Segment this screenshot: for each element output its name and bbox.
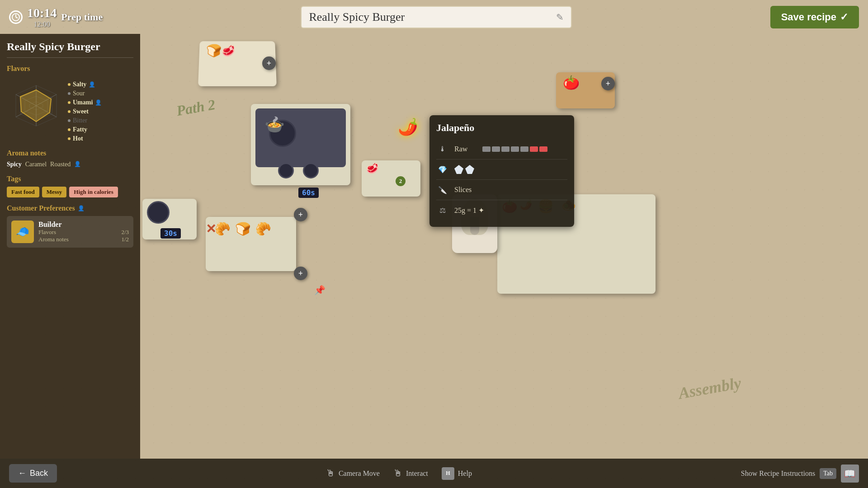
person-salty: 👤 xyxy=(89,81,95,88)
flavor-umami-label: Umami xyxy=(73,99,93,106)
heat-seg-1 xyxy=(482,146,491,152)
tags-container: Fast food Messy High in calories xyxy=(7,187,133,197)
back-arrow-icon: ← xyxy=(18,469,26,478)
aroma-label: Aroma notes xyxy=(7,149,133,157)
flavor-sour: Sour xyxy=(68,90,102,97)
weight-icon: ⚖ xyxy=(436,204,449,216)
svg-marker-13 xyxy=(20,90,51,122)
edit-icon[interactable]: ✎ xyxy=(556,12,564,23)
save-recipe-button[interactable]: Save recipe ✓ xyxy=(770,6,859,28)
jalapeno-tooltip: Jalapeño 🌡 Raw 💎 🔪 Slices ⚖ 25g = 1 ✦ xyxy=(429,115,574,227)
tooltip-slices-row: 🔪 Slices xyxy=(436,180,567,200)
stat-flavors-label: Flavors xyxy=(38,229,56,236)
aroma-items: Spicy Caramel Roasted 👤 xyxy=(7,161,133,168)
checkmark-icon: ✓ xyxy=(840,11,848,23)
person-umami: 👤 xyxy=(95,99,102,106)
stat-aroma-value: 1/2 xyxy=(121,236,129,243)
raw-label: Raw xyxy=(454,145,477,153)
heat-bar xyxy=(482,146,547,152)
h-key-icon: H xyxy=(442,467,454,480)
show-recipe-section[interactable]: Show Recipe Instructions Tab 📖 xyxy=(741,465,859,483)
tooltip-raw-row: 🌡 Raw xyxy=(436,139,567,160)
flavor-salty-label: Salty xyxy=(73,81,86,88)
flavors-list: Salty 👤 Sour Umami 👤 Sweet xyxy=(68,81,102,142)
flavor-dot-hot xyxy=(68,137,71,140)
add-btn-top-right[interactable]: + xyxy=(601,77,615,90)
flavor-dot-sour xyxy=(68,92,71,95)
control-camera: 🖱 Camera Move xyxy=(326,468,380,479)
customer-pref-label: Customer Preferences xyxy=(7,204,75,212)
person-customer: 👤 xyxy=(78,205,85,212)
control-interact: 🖱 Interact xyxy=(393,468,428,479)
flavor-fatty-label: Fatty xyxy=(73,126,87,133)
left-panel: Really Spicy Burger Flavors xyxy=(0,34,140,459)
flavors-label: Flavors xyxy=(7,65,133,73)
tooltip-weight-row: ⚖ 25g = 1 ✦ xyxy=(436,200,567,220)
slices-label: Slices xyxy=(454,186,472,194)
heat-seg-6 xyxy=(530,146,538,152)
flavor-bitter-label: Bitter xyxy=(73,117,87,124)
customer-stat-flavors: Flavors 2/3 xyxy=(38,229,129,236)
recipe-name-bar[interactable]: Really Spicy Burger ✎ xyxy=(301,6,572,28)
customer-avatar: 🧢 xyxy=(11,221,34,243)
flavor-umami: Umami 👤 xyxy=(68,99,102,106)
time-display: 10:14 12:00 xyxy=(27,6,57,28)
tag-fast-food: Fast food xyxy=(7,187,39,197)
flavor-bitter: Bitter xyxy=(68,117,102,124)
flavor-dot-umami xyxy=(68,101,71,104)
thermometer-icon: 🌡 xyxy=(436,143,449,155)
tooltip-crystals-row: 💎 xyxy=(436,160,567,180)
pin-bottom: 📌 xyxy=(314,285,326,296)
show-recipe-label: Show Recipe Instructions xyxy=(741,469,815,478)
prep-time-label: Prep time xyxy=(61,11,103,23)
add-btn-bottom[interactable]: + xyxy=(294,208,307,221)
flavor-hot: Hot xyxy=(68,135,102,142)
customer-name: Builder xyxy=(38,221,129,229)
weight-label: 25g = 1 ✦ xyxy=(454,206,484,215)
cross-bottom-left: ✕ xyxy=(206,221,216,236)
recipe-name-text: Really Spicy Burger xyxy=(309,10,552,24)
crystal-icon: 💎 xyxy=(436,163,449,176)
flavor-sweet: Sweet xyxy=(68,108,102,115)
flavor-dot-fatty xyxy=(68,128,71,131)
aroma-roasted: Roasted xyxy=(50,161,71,168)
tab-key: Tab xyxy=(820,468,836,479)
clock-icon xyxy=(9,10,23,24)
control-help: H Help xyxy=(442,467,472,480)
bottom-bar: ← Back 🖱 Camera Move 🖱 Interact H Help S… xyxy=(0,459,868,488)
heat-seg-4 xyxy=(511,146,519,152)
customer-card: 🧢 Builder Flavors 2/3 Aroma notes 1/2 xyxy=(7,216,133,248)
jalapeno-area[interactable]: 🌶️ xyxy=(398,117,418,136)
total-time: 12:00 xyxy=(33,20,50,28)
tags-label: Tags xyxy=(7,175,133,183)
knife-icon: 🔪 xyxy=(436,183,449,196)
flavor-sour-label: Sour xyxy=(73,90,85,97)
customer-label: Customer Preferences 👤 xyxy=(7,204,133,212)
num-badge-2: 2 xyxy=(396,176,406,186)
help-label: Help xyxy=(458,469,472,478)
add-btn-top-left[interactable]: + xyxy=(262,56,276,70)
radar-chart xyxy=(7,76,66,135)
timer-60s: 60s xyxy=(298,188,319,198)
tooltip-title: Jalapeño xyxy=(436,122,567,134)
save-recipe-label: Save recipe xyxy=(781,11,836,23)
customer-info: Builder Flavors 2/3 Aroma notes 1/2 xyxy=(38,221,129,243)
tag-messy: Messy xyxy=(42,187,67,197)
bottom-prep: 🥐 🍞 🥐 xyxy=(206,217,296,271)
aroma-section: Aroma notes Spicy Caramel Roasted 👤 xyxy=(7,149,133,168)
svg-line-2 xyxy=(16,17,18,18)
interact-label: Interact xyxy=(406,469,428,478)
mouse-interact-icon: 🖱 xyxy=(393,468,402,479)
tags-section: Tags Fast food Messy High in calories xyxy=(7,175,133,197)
flavor-fatty: Fatty xyxy=(68,126,102,133)
back-label: Back xyxy=(30,469,48,478)
flavor-dot-bitter xyxy=(68,119,71,122)
flavor-dot-sweet xyxy=(68,110,71,113)
stove-platform: 🍲 xyxy=(251,104,350,185)
dish-title: Really Spicy Burger xyxy=(7,41,133,58)
back-button[interactable]: ← Back xyxy=(9,464,57,483)
flavor-hot-label: Hot xyxy=(73,135,83,142)
heat-seg-2 xyxy=(492,146,500,152)
add-btn-bottom2[interactable]: + xyxy=(294,267,307,280)
heat-seg-5 xyxy=(520,146,528,152)
